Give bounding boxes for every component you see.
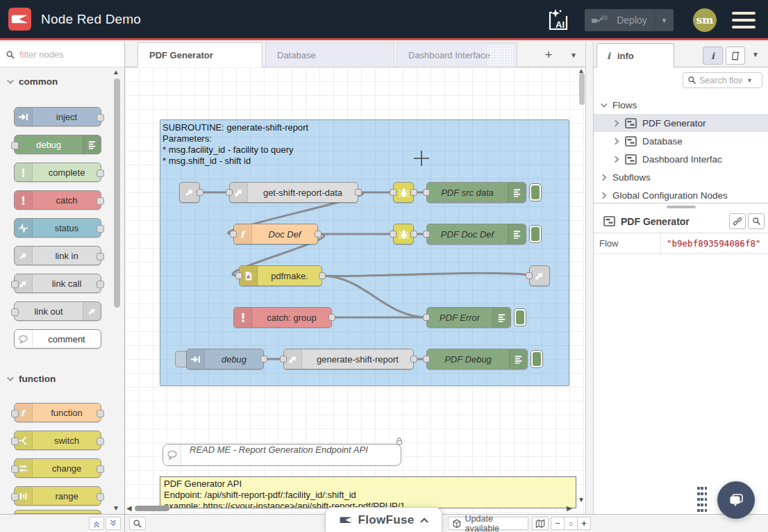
- debug-toggle-button[interactable]: [514, 308, 526, 326]
- tab-database[interactable]: Database: [265, 42, 394, 67]
- tab-list-caret[interactable]: ▼: [564, 45, 583, 65]
- node-link-out[interactable]: [529, 265, 550, 286]
- update-available-button[interactable]: Update available: [448, 517, 528, 530]
- input-port[interactable]: [423, 356, 430, 363]
- tab-dashboard-interface[interactable]: Dashboard Interface: [396, 42, 517, 67]
- node-generate-shift-report[interactable]: generate-shift-report: [283, 349, 414, 369]
- palette-node-switch[interactable]: switch: [14, 431, 101, 450]
- debug-toggle-button[interactable]: [529, 183, 542, 201]
- palette-scroll-up-icon[interactable]: ▲: [112, 69, 119, 76]
- input-port[interactable]: [423, 314, 430, 321]
- tab-pdf-generator[interactable]: PDF Generator: [137, 42, 262, 67]
- node-readme-comment[interactable]: READ ME - Report Generation Endpoint API: [162, 444, 401, 466]
- palette-node-function[interactable]: function: [14, 403, 101, 422]
- output-port[interactable]: [197, 189, 203, 196]
- input-port[interactable]: [235, 272, 242, 279]
- palette-node-range[interactable]: range: [14, 486, 101, 506]
- help-panel-button[interactable]: [726, 47, 745, 65]
- input-port[interactable]: [390, 231, 396, 238]
- input-port[interactable]: [423, 189, 430, 196]
- tree-item-database[interactable]: Database: [594, 132, 768, 150]
- filter-nodes-input[interactable]: [19, 49, 124, 60]
- node-debug-junction-2[interactable]: [393, 224, 414, 244]
- search-canvas-button[interactable]: [129, 517, 146, 530]
- input-port[interactable]: [226, 189, 233, 196]
- expand-all-button[interactable]: [106, 517, 121, 530]
- output-port[interactable]: [328, 314, 335, 321]
- info-panel-button[interactable]: i: [703, 47, 723, 65]
- input-port[interactable]: [423, 231, 430, 238]
- palette-node-status[interactable]: status: [14, 218, 101, 238]
- node-pdf-doc-def[interactable]: PDF Doc Def: [426, 224, 526, 244]
- output-port[interactable]: [410, 189, 417, 196]
- inject-trigger-button[interactable]: [175, 351, 187, 367]
- flowfuse-panel-button[interactable]: FlowFuse: [325, 507, 442, 532]
- debug-toggle-button[interactable]: [529, 225, 542, 243]
- node-get-shift-report-data[interactable]: get-shift-report-data: [229, 182, 358, 203]
- zoom-reset-button[interactable]: ○: [564, 517, 578, 530]
- palette-node-inject[interactable]: inject: [14, 107, 101, 126]
- tree-item-dashboard-interface[interactable]: Dashboard Interfac: [594, 150, 768, 168]
- canvas-vscrollbar[interactable]: [579, 73, 585, 105]
- node-pdf-src-data[interactable]: PDF src data: [426, 182, 526, 203]
- palette-category-function[interactable]: function: [0, 370, 124, 387]
- debug-toggle-button[interactable]: [531, 350, 543, 368]
- tab-info[interactable]: i info: [596, 43, 674, 67]
- add-flow-button[interactable]: +: [539, 45, 558, 65]
- tree-flows[interactable]: Flows: [594, 96, 768, 114]
- palette-node-link-out[interactable]: link out: [14, 301, 101, 321]
- output-port[interactable]: [260, 356, 267, 363]
- output-port[interactable]: [355, 189, 362, 196]
- input-port[interactable]: [230, 231, 237, 238]
- palette-node-link-call[interactable]: link call: [14, 274, 101, 293]
- canvas-hscrollbar[interactable]: [135, 506, 169, 511]
- node-debug-junction-1[interactable]: [393, 182, 414, 203]
- palette-scrollbar[interactable]: [114, 78, 120, 308]
- sidebar-resize-handle[interactable]: [585, 42, 594, 514]
- palette-node-comment[interactable]: comment: [14, 329, 101, 349]
- node-catch-group[interactable]: catch: group: [233, 307, 332, 328]
- deploy-options-caret[interactable]: ▼: [654, 9, 674, 31]
- output-port[interactable]: [319, 272, 326, 279]
- sidebar-options-caret[interactable]: ▼: [752, 51, 759, 58]
- input-port[interactable]: [526, 272, 533, 279]
- palette-category-common[interactable]: common: [0, 73, 124, 90]
- node-pdf-debug[interactable]: PDF Debug: [426, 349, 528, 369]
- find-flow-button[interactable]: [748, 213, 765, 229]
- palette-node-debug[interactable]: debug: [14, 135, 101, 154]
- navigator-button[interactable]: [532, 517, 549, 530]
- user-avatar[interactable]: sm: [693, 8, 717, 32]
- zoom-out-button[interactable]: −: [551, 517, 565, 530]
- output-port[interactable]: [410, 231, 417, 238]
- search-flows-box[interactable]: ▼: [683, 72, 762, 88]
- api-note[interactable]: PDF Generator API Endpoint: /api/shift-r…: [160, 476, 576, 508]
- input-port[interactable]: [390, 189, 396, 196]
- copy-link-button[interactable]: [729, 213, 746, 229]
- palette-node-catch[interactable]: catch: [14, 190, 101, 210]
- deploy-button[interactable]: Deploy ▼: [585, 9, 674, 31]
- widget-drag-handle[interactable]: [697, 487, 708, 515]
- canvas-scroll-left-icon[interactable]: ◀: [126, 505, 132, 512]
- canvas-scroll-right-icon[interactable]: ▶: [567, 505, 572, 512]
- info-split-divider[interactable]: [594, 203, 768, 210]
- main-menu-button[interactable]: [732, 12, 756, 28]
- flow-canvas[interactable]: SUBROUTINE: generate-shift-reportParamet…: [125, 67, 585, 514]
- palette-scroll-down-icon[interactable]: ▼: [112, 505, 119, 512]
- palette-node-complete[interactable]: complete: [14, 163, 101, 182]
- palette-node-change[interactable]: change: [14, 458, 101, 478]
- node-pdf-error[interactable]: PDF Error: [426, 307, 511, 328]
- output-port[interactable]: [410, 356, 417, 363]
- tree-item-pdf-generator[interactable]: PDF Generator: [594, 114, 768, 132]
- node-pdfmake[interactable]: pdfmake.: [239, 265, 322, 286]
- chat-widget-button[interactable]: [717, 481, 755, 519]
- search-flows-input[interactable]: [699, 76, 742, 85]
- node-link-in[interactable]: [179, 182, 200, 203]
- node-inject-debug[interactable]: debug: [186, 349, 264, 369]
- canvas-scroll-down-icon[interactable]: ▼: [578, 497, 585, 504]
- collapse-all-button[interactable]: [89, 517, 104, 530]
- output-port[interactable]: [315, 231, 322, 238]
- zoom-in-button[interactable]: +: [577, 517, 591, 530]
- ai-assistant-button[interactable]: [546, 8, 569, 33]
- node-doc-def[interactable]: Doc Def: [233, 224, 318, 244]
- tree-global-config[interactable]: Global Configuration Nodes: [594, 186, 768, 204]
